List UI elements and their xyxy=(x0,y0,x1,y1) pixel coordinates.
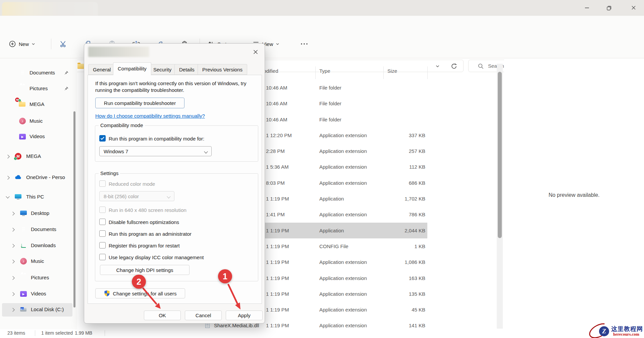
column-separator[interactable] xyxy=(383,66,384,79)
uac-shield-icon xyxy=(104,290,110,297)
compatibility-tab-page: If this program isn't working correctly … xyxy=(88,75,262,304)
close-icon xyxy=(253,49,258,55)
status-bar: 23 items 1 item selected 1.99 MB xyxy=(0,329,644,338)
explorer-window: New Sort xyxy=(0,0,644,338)
disable-fullscreen-checkbox[interactable] xyxy=(99,219,106,225)
new-label: New xyxy=(19,41,29,47)
watermark-domain-text: herecours.com xyxy=(613,332,639,337)
toolbar-divider xyxy=(51,39,51,49)
new-button[interactable]: New xyxy=(9,37,35,51)
address-dropdown-chevron-icon[interactable] xyxy=(435,64,440,68)
documents-icon xyxy=(19,69,26,77)
restore-button[interactable] xyxy=(603,3,615,13)
annotation-step-2: 2 xyxy=(132,275,146,289)
more-options-icon[interactable] xyxy=(300,42,309,46)
plus-circle-icon xyxy=(9,40,16,48)
title-bar xyxy=(0,0,644,16)
tab-compatibility[interactable]: Compatibility xyxy=(113,62,151,75)
status-divider xyxy=(105,330,105,336)
item-count: 23 items xyxy=(7,330,25,336)
register-restart-checkbox[interactable] xyxy=(99,242,106,248)
column-header-type[interactable]: Type xyxy=(319,68,330,74)
run-troubleshooter-button[interactable]: Run compatibility troubleshooter xyxy=(95,98,184,108)
legacy-icc-checkbox[interactable] xyxy=(99,254,106,260)
dialog-title-blurred xyxy=(88,47,149,57)
status-divider xyxy=(35,330,35,336)
restore-icon xyxy=(606,4,612,11)
cancel-button[interactable]: Cancel xyxy=(185,311,222,320)
chevron-down-icon xyxy=(204,150,208,153)
compatibility-mode-group: Compatibility mode Run this program in c… xyxy=(95,125,258,162)
file-list-scrollbar-thumb[interactable] xyxy=(498,72,502,238)
reduced-color-checkbox[interactable] xyxy=(99,180,106,187)
minimize-icon xyxy=(584,4,590,11)
run-640-checkbox[interactable] xyxy=(99,207,106,213)
preview-message: No preview available. xyxy=(504,192,644,198)
selection-size: 1.99 MB xyxy=(75,330,92,336)
column-header-size[interactable]: Size xyxy=(387,68,397,74)
tab-security[interactable]: Security xyxy=(149,64,176,75)
preview-pane: No preview available. xyxy=(504,59,644,329)
minimize-button[interactable] xyxy=(581,3,593,13)
run-as-admin-checkbox[interactable] xyxy=(99,230,106,237)
explorer-tab-blurred[interactable] xyxy=(2,2,98,16)
tab-previous-versions[interactable]: Previous Versions xyxy=(198,64,247,75)
tab-details[interactable]: Details xyxy=(174,64,199,75)
compat-mode-checkbox[interactable] xyxy=(99,135,106,142)
column-separator[interactable] xyxy=(427,66,428,79)
dialog-close-button[interactable] xyxy=(251,47,261,57)
change-all-users-button[interactable]: Change settings for all users xyxy=(95,288,185,298)
close-icon xyxy=(630,4,637,11)
annotation-step-1: 1 xyxy=(218,269,232,283)
navigation-pane: Documents Pictures M✓ MEGA ♪ Music ▶ Vid… xyxy=(0,59,77,329)
apply-button[interactable]: Apply xyxy=(226,311,263,320)
ok-button[interactable]: OK xyxy=(144,311,181,320)
chevron-down-icon xyxy=(276,42,279,46)
color-depth-select[interactable]: 8-bit (256) color xyxy=(99,191,174,201)
chevron-right-icon[interactable] xyxy=(6,176,9,179)
cut-icon[interactable] xyxy=(60,40,67,48)
chevron-right-icon[interactable] xyxy=(6,155,9,158)
compatibility-help-link[interactable]: How do I choose compatibility settings m… xyxy=(95,113,205,119)
tab-general[interactable]: General xyxy=(88,64,115,75)
check-icon xyxy=(100,135,105,141)
watermark-logo: Z xyxy=(599,326,609,336)
close-button[interactable] xyxy=(628,3,639,13)
settings-group: Settings Reduced color mode 8-bit (256) … xyxy=(95,173,258,281)
properties-dialog: General Compatibility Security Details P… xyxy=(84,43,265,324)
chevron-down-icon xyxy=(167,194,170,198)
change-dpi-button[interactable]: Change high DPI settings xyxy=(100,265,190,275)
compat-os-select[interactable]: Windows 7 xyxy=(99,146,212,156)
intro-line-2: running the compatibility troubleshooter… xyxy=(95,87,184,93)
sidebar-item-documents-pinned[interactable]: Documents xyxy=(0,66,76,80)
selection-count: 1 item selected xyxy=(41,330,73,336)
intro-line-1: If this program isn't working correctly … xyxy=(95,80,247,86)
refresh-icon[interactable] xyxy=(450,63,458,70)
search-icon xyxy=(478,63,484,69)
column-separator[interactable] xyxy=(315,66,316,79)
watermark: Z 这里教程网 herecours.com xyxy=(588,324,644,338)
pin-icon xyxy=(64,71,68,75)
chevron-down-icon xyxy=(32,42,35,46)
